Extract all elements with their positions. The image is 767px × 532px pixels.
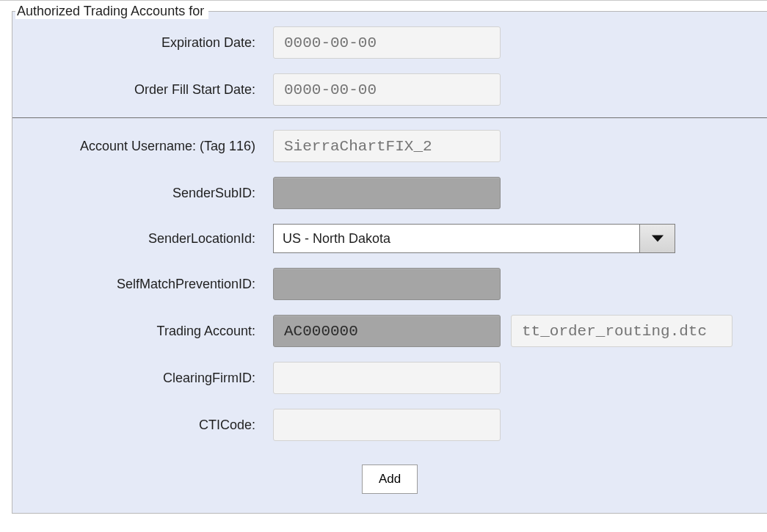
self-match-prevention-id-input[interactable] xyxy=(273,268,501,300)
form-body: Expiration Date: 0000-00-00 Order Fill S… xyxy=(12,19,767,494)
row-sender-location-id: SenderLocationId: US - North Dakota xyxy=(12,216,767,260)
row-self-match-prevention-id: SelfMatchPreventionID: xyxy=(12,260,767,307)
trading-account-input[interactable]: AC000000 xyxy=(273,315,501,347)
window-top-border xyxy=(0,0,767,1)
sender-location-id-select[interactable]: US - North Dakota xyxy=(273,224,675,253)
label-clearing-firm-id: ClearingFirmID: xyxy=(12,371,273,386)
authorized-trading-accounts-fieldset: Authorized Trading Accounts for Expirati… xyxy=(12,4,767,514)
label-order-fill-start-date: Order Fill Start Date: xyxy=(12,82,273,98)
row-clearing-firm-id: ClearingFirmID: xyxy=(12,354,767,401)
dropdown-button[interactable] xyxy=(639,225,675,252)
clearing-firm-id-input[interactable] xyxy=(273,362,501,394)
row-cti-code: CTICode: xyxy=(12,401,767,448)
expiration-date-input[interactable]: 0000-00-00 xyxy=(273,26,501,59)
sender-location-id-value: US - North Dakota xyxy=(274,225,639,252)
row-account-username: Account Username: (Tag 116) SierraChartF… xyxy=(12,123,767,170)
row-order-fill-start-date: Order Fill Start Date: 0000-00-00 xyxy=(12,66,767,113)
trading-account-routing-input[interactable]: tt_order_routing.dtc xyxy=(511,315,733,347)
order-fill-start-date-input[interactable]: 0000-00-00 xyxy=(273,73,501,106)
label-trading-account: Trading Account: xyxy=(12,324,273,339)
fieldset-legend: Authorized Trading Accounts for xyxy=(15,4,208,19)
add-button-row: Add xyxy=(12,464,767,494)
sender-sub-id-input[interactable] xyxy=(273,177,501,209)
add-button[interactable]: Add xyxy=(362,464,418,494)
row-expiration-date: Expiration Date: 0000-00-00 xyxy=(12,19,767,66)
cti-code-input[interactable] xyxy=(273,409,501,441)
account-username-input[interactable]: SierraChartFIX_2 xyxy=(273,130,501,162)
row-trading-account: Trading Account: AC000000 tt_order_routi… xyxy=(12,307,767,354)
label-sender-sub-id: SenderSubID: xyxy=(12,186,273,201)
label-cti-code: CTICode: xyxy=(12,418,273,433)
section-divider xyxy=(12,117,767,118)
chevron-down-icon xyxy=(651,231,664,247)
label-self-match-prevention-id: SelfMatchPreventionID: xyxy=(12,277,273,292)
label-expiration-date: Expiration Date: xyxy=(12,35,273,51)
row-sender-sub-id: SenderSubID: xyxy=(12,170,767,216)
label-sender-location-id: SenderLocationId: xyxy=(12,231,273,247)
label-account-username: Account Username: (Tag 116) xyxy=(12,139,273,154)
svg-marker-0 xyxy=(651,235,663,241)
